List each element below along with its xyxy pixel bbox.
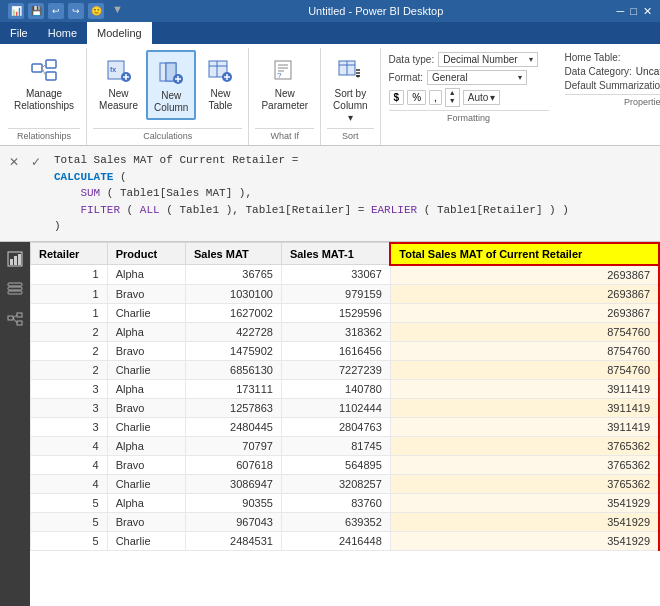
svg-text:fx: fx bbox=[110, 66, 116, 73]
decimal-increase[interactable]: ▲ bbox=[446, 89, 459, 97]
dollar-btn[interactable]: $ bbox=[389, 90, 405, 105]
new-column-icon bbox=[155, 56, 187, 88]
save-icon[interactable]: 💾 bbox=[28, 3, 44, 19]
title-bar-icons: 📊 💾 ↩ ↪ 🙂 ▼ bbox=[8, 3, 127, 19]
table-cell: 1529596 bbox=[281, 303, 390, 322]
svg-rect-42 bbox=[17, 313, 22, 317]
ribbon: Manage Relationships Relationships fx bbox=[0, 44, 660, 146]
svg-rect-41 bbox=[8, 316, 13, 320]
formatting-props: Data type: Decimal Number ▾ Format: Gene… bbox=[389, 52, 549, 141]
svg-rect-37 bbox=[18, 254, 21, 265]
sidebar-data-icon[interactable] bbox=[4, 278, 26, 300]
table-cell: Charlie bbox=[107, 360, 185, 379]
data-type-value[interactable]: Decimal Number ▾ bbox=[438, 52, 538, 67]
sort-by-column-icon bbox=[334, 54, 366, 86]
format-value[interactable]: General ▾ bbox=[427, 70, 527, 85]
formula-editor[interactable]: Total Sales MAT of Current Retailer = CA… bbox=[50, 150, 656, 237]
decimal-decrease[interactable]: ▼ bbox=[446, 97, 459, 105]
table-cell: 2480445 bbox=[185, 417, 281, 436]
table-cell: 607618 bbox=[185, 455, 281, 474]
relationships-group-label: Relationships bbox=[8, 128, 80, 143]
new-parameter-icon: ? bbox=[269, 54, 301, 86]
table-cell: 2693867 bbox=[390, 303, 659, 322]
sort-by-column-label: Sort by Column ▾ bbox=[333, 88, 367, 124]
formula-cancel-icon[interactable]: ✕ bbox=[4, 152, 24, 172]
table-cell: 33067 bbox=[281, 265, 390, 285]
formatting-label: Formatting bbox=[389, 110, 549, 123]
table-cell: 4 bbox=[31, 436, 108, 455]
table-cell: 1627002 bbox=[185, 303, 281, 322]
table-cell: 70797 bbox=[185, 436, 281, 455]
manage-relationships-label: Manage Relationships bbox=[14, 88, 74, 112]
svg-rect-43 bbox=[17, 321, 22, 325]
new-column-button[interactable]: New Column bbox=[146, 50, 196, 120]
window-title: Untitled - Power BI Desktop bbox=[135, 5, 617, 17]
table-cell: 8754760 bbox=[390, 360, 659, 379]
menu-modeling[interactable]: Modeling bbox=[87, 22, 152, 44]
col-sales-mat1[interactable]: Sales MAT-1 bbox=[281, 243, 390, 265]
table-cell: Charlie bbox=[107, 474, 185, 493]
new-parameter-button[interactable]: ? New Parameter bbox=[255, 50, 314, 116]
ribbon-properties: Data type: Decimal Number ▾ Format: Gene… bbox=[381, 48, 660, 145]
col-retailer[interactable]: Retailer bbox=[31, 243, 108, 265]
new-table-button[interactable]: New Table bbox=[198, 50, 242, 116]
table-cell: 979159 bbox=[281, 284, 390, 303]
table-cell: 5 bbox=[31, 531, 108, 550]
main-area: Retailer Product Sales MAT Sales MAT-1 T… bbox=[0, 242, 660, 607]
col-total-sales[interactable]: Total Sales MAT of Current Retailer bbox=[390, 243, 659, 265]
table-cell: Alpha bbox=[107, 265, 185, 285]
auto-dropdown[interactable]: Auto ▾ bbox=[463, 90, 501, 105]
table-cell: Alpha bbox=[107, 436, 185, 455]
menu-file[interactable]: File bbox=[0, 22, 38, 44]
percent-btn[interactable]: % bbox=[407, 90, 426, 105]
svg-rect-35 bbox=[10, 259, 13, 265]
table-cell: 83760 bbox=[281, 493, 390, 512]
undo-icon[interactable]: ↩ bbox=[48, 3, 64, 19]
table-row: 5Alpha90355837603541929 bbox=[31, 493, 660, 512]
table-cell: 1475902 bbox=[185, 341, 281, 360]
smiley-icon[interactable]: 🙂 bbox=[88, 3, 104, 19]
menu-home[interactable]: Home bbox=[38, 22, 87, 44]
new-measure-icon: fx bbox=[103, 54, 135, 86]
close-btn[interactable]: ✕ bbox=[643, 5, 652, 18]
svg-text:?: ? bbox=[277, 71, 282, 80]
formula-bar: ✕ ✓ Total Sales MAT of Current Retailer … bbox=[0, 146, 660, 242]
manage-relationships-button[interactable]: Manage Relationships bbox=[8, 50, 80, 116]
new-measure-button[interactable]: fx New Measure bbox=[93, 50, 144, 116]
table-cell: 639352 bbox=[281, 512, 390, 531]
table-cell: 8754760 bbox=[390, 341, 659, 360]
calculations-group-label: Calculations bbox=[93, 128, 242, 143]
svg-line-4 bbox=[42, 68, 46, 76]
col-sales-mat[interactable]: Sales MAT bbox=[185, 243, 281, 265]
new-column-label: New Column bbox=[154, 90, 188, 114]
sort-by-column-button[interactable]: Sort by Column ▾ bbox=[327, 50, 373, 128]
table-cell: 8754760 bbox=[390, 322, 659, 341]
table-cell: Bravo bbox=[107, 398, 185, 417]
sidebar-report-icon[interactable] bbox=[4, 248, 26, 270]
sort-group-label: Sort bbox=[327, 128, 373, 143]
table-cell: 140780 bbox=[281, 379, 390, 398]
data-type-row: Data type: Decimal Number ▾ bbox=[389, 52, 549, 67]
table-cell: 6856130 bbox=[185, 360, 281, 379]
table-row: 1Bravo10301009791592693867 bbox=[31, 284, 660, 303]
data-type-arrow: ▾ bbox=[529, 55, 533, 64]
formula-toolbar: ✕ ✓ bbox=[4, 150, 46, 172]
table-cell: 422728 bbox=[185, 322, 281, 341]
redo-icon[interactable]: ↪ bbox=[68, 3, 84, 19]
table-cell: Bravo bbox=[107, 512, 185, 531]
formula-confirm-icon[interactable]: ✓ bbox=[26, 152, 46, 172]
comma-btn[interactable]: , bbox=[429, 90, 442, 105]
minimize-btn[interactable]: ─ bbox=[617, 5, 625, 18]
title-bar: 📊 💾 ↩ ↪ 🙂 ▼ Untitled - Power BI Desktop … bbox=[0, 0, 660, 22]
table-row: 2Charlie685613072272398754760 bbox=[31, 360, 660, 379]
decimal-control[interactable]: ▲ ▼ bbox=[445, 88, 460, 107]
table-row: 2Alpha4227283183628754760 bbox=[31, 322, 660, 341]
table-cell: 1616456 bbox=[281, 341, 390, 360]
table-cell: Alpha bbox=[107, 493, 185, 512]
table-cell: 3911419 bbox=[390, 417, 659, 436]
table-cell: 2804763 bbox=[281, 417, 390, 436]
col-product[interactable]: Product bbox=[107, 243, 185, 265]
sidebar-model-icon[interactable] bbox=[4, 308, 26, 330]
maximize-btn[interactable]: □ bbox=[630, 5, 637, 18]
home-table-label: Home Table: bbox=[565, 52, 621, 63]
